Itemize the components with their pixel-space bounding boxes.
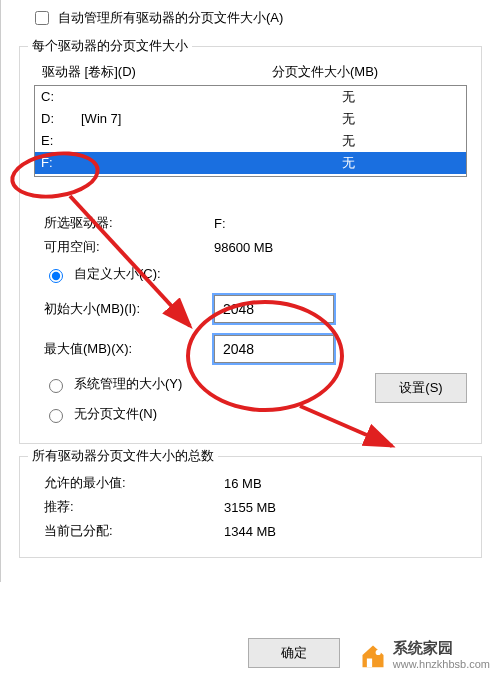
auto-manage-checkbox[interactable]: [35, 11, 49, 25]
col-header-page: 分页文件大小(MB): [272, 63, 467, 81]
svg-rect-2: [367, 658, 372, 667]
drive-row[interactable]: F:无: [35, 152, 466, 174]
drive-letter: C:: [35, 86, 81, 108]
drive-page: 无: [271, 130, 466, 152]
no-paging-radio[interactable]: [49, 409, 63, 423]
min-allowed-label: 允许的最小值:: [44, 474, 224, 492]
drive-row[interactable]: E:无: [35, 130, 466, 152]
custom-size-radio[interactable]: [49, 269, 63, 283]
min-allowed-value: 16 MB: [224, 476, 467, 491]
drive-label: [81, 152, 271, 174]
ok-button[interactable]: 确定: [248, 638, 340, 668]
drive-letter: E:: [35, 130, 81, 152]
watermark-brand: 系统家园: [393, 639, 490, 658]
drive-page: 无: [271, 152, 466, 174]
allocated-value: 1344 MB: [224, 524, 467, 539]
drive-page: 无: [271, 108, 466, 130]
recommended-label: 推荐:: [44, 498, 224, 516]
selected-drive-value: F:: [214, 216, 467, 231]
set-button[interactable]: 设置(S): [375, 373, 467, 403]
drive-letter: D:: [35, 108, 81, 130]
initial-size-label: 初始大小(MB)(I):: [44, 300, 214, 318]
drive-row[interactable]: D:[Win 7]无: [35, 108, 466, 130]
per-drive-group-title: 每个驱动器的分页文件大小: [28, 37, 192, 55]
free-space-label: 可用空间:: [44, 238, 214, 256]
col-header-drive: 驱动器 [卷标](D): [42, 63, 272, 81]
summary-group-title: 所有驱动器分页文件大小的总数: [28, 447, 218, 465]
drive-letter: F:: [35, 152, 81, 174]
custom-size-label: 自定义大小(C):: [74, 265, 161, 283]
auto-manage-label: 自动管理所有驱动器的分页文件大小(A): [58, 9, 283, 27]
drive-list[interactable]: C:无D:[Win 7]无E:无F:无: [34, 85, 467, 177]
drive-label: [Win 7]: [81, 108, 271, 130]
summary-group: 所有驱动器分页文件大小的总数 允许的最小值: 16 MB 推荐: 3155 MB…: [19, 456, 482, 558]
svg-point-3: [375, 649, 380, 654]
max-size-label: 最大值(MB)(X):: [44, 340, 214, 358]
free-space-value: 98600 MB: [214, 240, 467, 255]
house-icon: [359, 641, 387, 669]
no-paging-label: 无分页文件(N): [74, 405, 157, 423]
per-drive-group: 每个驱动器的分页文件大小 驱动器 [卷标](D) 分页文件大小(MB) C:无D…: [19, 46, 482, 444]
allocated-label: 当前已分配:: [44, 522, 224, 540]
watermark: 系统家园 www.hnzkhbsb.com: [355, 637, 494, 672]
drive-page: 无: [271, 86, 466, 108]
system-managed-label: 系统管理的大小(Y): [74, 375, 182, 393]
system-managed-radio[interactable]: [49, 379, 63, 393]
drive-row[interactable]: C:无: [35, 86, 466, 108]
max-size-input[interactable]: [214, 335, 334, 363]
drive-label: [81, 130, 271, 152]
drive-label: [81, 86, 271, 108]
initial-size-input[interactable]: [214, 295, 334, 323]
watermark-url: www.hnzkhbsb.com: [393, 658, 490, 670]
selected-drive-label: 所选驱动器:: [44, 214, 214, 232]
recommended-value: 3155 MB: [224, 500, 467, 515]
